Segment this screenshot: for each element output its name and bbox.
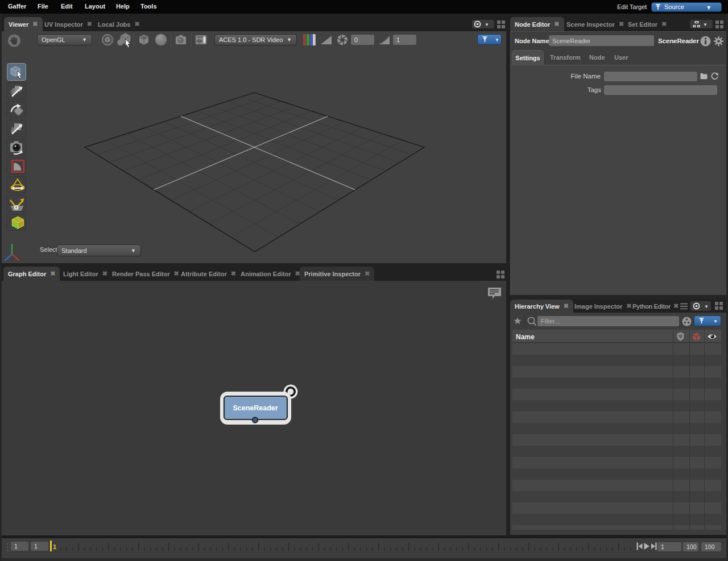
svg-text:SceneReader: SceneReader <box>233 404 278 412</box>
